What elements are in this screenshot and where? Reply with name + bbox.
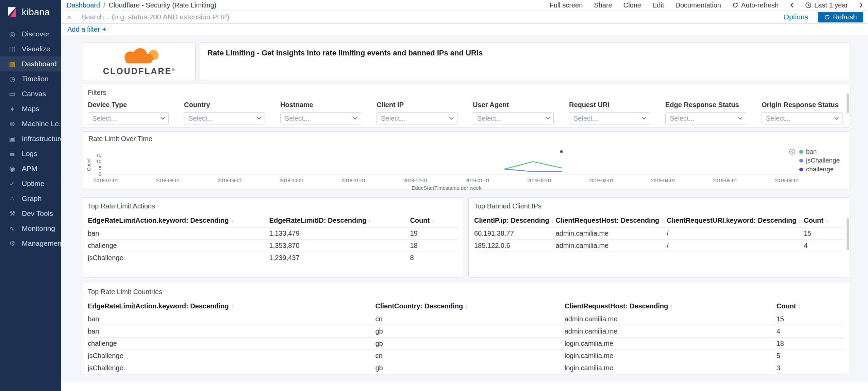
legend-label: jsChallenge <box>806 156 840 165</box>
sidebar-item-maps[interactable]: ♦Maps <box>0 101 61 116</box>
sidebar-item-dashboard[interactable]: ▦Dashboard <box>0 56 61 71</box>
sidebar-item-canvas[interactable]: ▭Canvas <box>0 86 61 101</box>
column-header-count[interactable]: Count↕ <box>804 214 845 227</box>
sort-icon: ↕ <box>798 218 801 224</box>
legend-item-ban[interactable]: ban <box>799 147 840 156</box>
sort-icon: ↕ <box>231 218 234 224</box>
clone-button[interactable]: Clone <box>623 1 641 9</box>
table-cell: 15 <box>777 313 845 325</box>
select-placeholder: Select... <box>188 115 213 122</box>
time-back-button[interactable] <box>790 2 794 8</box>
chart-panel-title: Rate Limit Over Time <box>86 135 850 143</box>
sidebar-item-label: Infrastructure <box>22 135 61 143</box>
filter-select-edge-response-status[interactable]: Select... <box>665 112 746 124</box>
sidebar-item-discover[interactable]: ◎Discover <box>0 27 61 41</box>
column-header-edgeratelimitaction-keyword[interactable]: EdgeRateLimitAction.keyword: Descending↕ <box>88 214 269 227</box>
column-header-count[interactable]: Count↕ <box>777 300 845 313</box>
sidebar-item-management[interactable]: ⚙Management <box>0 236 61 251</box>
filter-select-request-uri[interactable]: Select... <box>569 112 650 124</box>
column-header-edgeratelimitaction-keyword[interactable]: EdgeRateLimitAction.keyword: Descending↕ <box>88 300 375 313</box>
refresh-button[interactable]: Refresh <box>818 12 863 22</box>
documentation-button[interactable]: Documentation <box>675 1 721 9</box>
sidebar-item-logs[interactable]: ≣Logs <box>0 146 61 161</box>
table-cell: challenge <box>88 338 375 350</box>
filter-field-device-type: Device TypeSelect... <box>88 101 169 124</box>
column-header-count[interactable]: Count↕ <box>410 214 458 227</box>
sidebar-item-label: Machine Le... <box>22 120 61 128</box>
column-header-clientip-ip[interactable]: ClientIP.ip: Descending↕ <box>474 214 556 227</box>
filter-select-user-agent[interactable]: Select... <box>473 112 554 124</box>
infrastructure-icon: ▣ <box>7 135 17 143</box>
sidebar-item-uptime[interactable]: ✓Uptime <box>0 176 61 191</box>
chevron-down-icon <box>738 115 742 120</box>
filter-select-client-ip[interactable]: Select... <box>377 112 457 124</box>
column-header-clientrequesturi-keyword[interactable]: ClientRequestURI.keyword: Descending↕ <box>667 214 804 227</box>
legend-collapse-button[interactable] <box>789 149 795 155</box>
scrollbar[interactable] <box>847 94 849 113</box>
top-rate-limit-countries-table: EdgeRateLimitAction.keyword: Descending↕… <box>88 300 845 374</box>
svg-text:2018-07-01: 2018-07-01 <box>94 178 118 183</box>
table-cell: gb <box>375 362 565 374</box>
add-filter-link[interactable]: Add a filter + <box>67 26 106 33</box>
sidebar-item-graph[interactable]: ∴Graph <box>0 191 61 206</box>
chevron-down-icon <box>642 115 646 120</box>
sidebar-item-infrastructure[interactable]: ▣Infrastructure <box>0 131 61 146</box>
chevron-down-icon <box>449 115 454 120</box>
top-rate-limit-countries-panel: Top Rate Limit Countries EdgeRateLimitAc… <box>82 283 850 374</box>
table-cell: cn <box>375 313 565 325</box>
filter-select-hostname[interactable]: Select... <box>280 112 361 124</box>
filter-select-device-type[interactable]: Select... <box>88 112 169 124</box>
legend-color-dot <box>799 168 803 171</box>
sidebar-nav: ◎Discover◫Visualize▦Dashboard◷Timelion▭C… <box>0 24 61 251</box>
sidebar-item-apm[interactable]: ◉APM <box>0 161 61 176</box>
table-bottom-rule <box>474 273 845 273</box>
filter-select-country[interactable]: Select... <box>184 112 265 124</box>
auto-refresh-button[interactable]: Auto-refresh <box>732 1 779 9</box>
column-header-clientrequesthost[interactable]: ClientRequestHost: Descending↕ <box>565 300 777 313</box>
table-header-row: ClientIP.ip: Descending↕ClientRequestHos… <box>474 214 845 227</box>
table-header-row: EdgeRateLimitAction.keyword: Descending↕… <box>88 214 458 227</box>
sidebar-item-visualize[interactable]: ◫Visualize <box>0 41 61 56</box>
sidebar-item-timelion[interactable]: ◷Timelion <box>0 71 61 86</box>
kibana-logo-text: kibana <box>22 7 50 18</box>
column-header-clientrequesthost[interactable]: ClientRequestHost: Descending↕ <box>556 214 667 227</box>
sidebar-item-machine-le[interactable]: ⊛Machine Le... <box>0 116 61 131</box>
dashboard-content: CLOUDFLARE® Rate Limiting - Get insights… <box>61 35 868 382</box>
monitoring-icon: ∿ <box>7 224 17 233</box>
filter-label: Device Type <box>88 101 169 109</box>
table-panel-title: Top Rate Limit Actions <box>88 202 458 210</box>
dashboard-toolbar: Full screen Share Clone Edit Documentati… <box>550 1 863 9</box>
table-cell: 4 <box>804 240 845 252</box>
sidebar-item-monitoring[interactable]: ∿Monitoring <box>0 221 61 236</box>
legend-item-challenge[interactable]: challenge <box>799 165 840 174</box>
sidebar-item-dev-tools[interactable]: ⚒Dev Tools <box>0 206 61 221</box>
time-forward-button[interactable] <box>859 2 863 8</box>
table-cell: gb <box>375 338 565 350</box>
search-input[interactable] <box>81 13 778 21</box>
share-button[interactable]: Share <box>594 1 612 9</box>
sidebar: kibana ◎Discover◫Visualize▦Dashboard◷Tim… <box>0 0 61 391</box>
full-screen-button[interactable]: Full screen <box>550 1 583 9</box>
edit-button[interactable]: Edit <box>652 1 664 9</box>
column-header-edgeratelimitid[interactable]: EdgeRateLimitID: Descending↕ <box>269 214 410 227</box>
table-panel-title: Top Banned Client IPs <box>474 202 845 210</box>
svg-text:2019-02-01: 2019-02-01 <box>527 178 552 183</box>
kibana-logo[interactable]: kibana <box>0 0 61 24</box>
column-header-clientcountry[interactable]: ClientCountry: Descending↕ <box>375 300 565 313</box>
sort-icon: ↕ <box>825 218 828 224</box>
filter-field-user-agent: User AgentSelect... <box>473 101 554 124</box>
breadcrumb-separator: / <box>103 1 105 9</box>
table-cell: jsChallenge <box>88 350 375 362</box>
options-link[interactable]: Options <box>784 13 808 21</box>
legend-item-jschallenge[interactable]: jsChallenge <box>799 156 840 165</box>
svg-text:2019-03-01: 2019-03-01 <box>589 178 614 183</box>
filter-select-origin-response-status[interactable]: Select... <box>762 112 842 124</box>
breadcrumb-dashboard-link[interactable]: Dashboard <box>67 1 100 9</box>
scrollbar[interactable] <box>847 218 849 250</box>
table-cell: jsChallenge <box>88 252 269 264</box>
time-picker-button[interactable]: Last 1 year <box>805 1 848 9</box>
cloudflare-logo: CLOUDFLARE® <box>103 47 174 76</box>
svg-text:2018-09-01: 2018-09-01 <box>218 178 242 183</box>
cloudflare-logo-panel: CLOUDFLARE® <box>82 42 196 81</box>
legend-label: challenge <box>806 165 834 174</box>
